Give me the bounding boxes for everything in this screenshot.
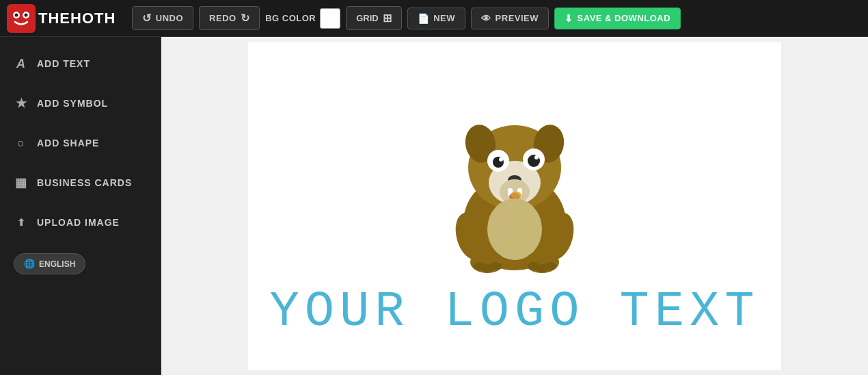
new-button[interactable]: NEW: [407, 8, 465, 29]
language-button[interactable]: ENGLISH: [14, 253, 85, 274]
save-icon: [565, 13, 573, 24]
grid-label: GRID: [356, 13, 379, 23]
sidebar-label-add-text: ADD TEXT: [37, 58, 90, 69]
undo-icon: [142, 12, 152, 25]
language-label: ENGLISH: [39, 259, 75, 269]
preview-icon: [481, 13, 491, 24]
globe-icon: [24, 259, 35, 269]
redo-icon: [241, 12, 250, 25]
svg-point-16: [499, 157, 503, 161]
save-download-button[interactable]: SAVE & DOWNLOAD: [554, 8, 681, 29]
new-label: NEW: [433, 13, 455, 23]
svg-rect-6: [22, 10, 24, 13]
dog-illustration: [433, 72, 597, 291]
sidebar: ADD TEXT ADD SYMBOL ADD SHAPE BUSINESS C…: [0, 37, 161, 375]
grid-button[interactable]: GRID: [346, 6, 402, 30]
sidebar-label-upload-image: UPLOAD IMAGE: [37, 217, 120, 228]
sidebar-item-upload-image[interactable]: UPLOAD IMAGE: [0, 203, 161, 242]
brand-logo: THEHOTH: [38, 10, 116, 27]
bg-color-swatch[interactable]: [320, 8, 340, 29]
main-content: ADD TEXT ADD SYMBOL ADD SHAPE BUSINESS C…: [0, 37, 868, 375]
save-label: SAVE & DOWNLOAD: [578, 13, 671, 23]
svg-point-31: [544, 262, 556, 270]
sidebar-item-business-cards[interactable]: BUSINESS CARDS: [0, 163, 161, 203]
sidebar-item-add-text[interactable]: ADD TEXT: [0, 44, 161, 83]
sidebar-item-add-symbol[interactable]: ADD SYMBOL: [0, 83, 161, 123]
canvas-content: YOUR LOGO TEXT: [248, 42, 781, 370]
svg-rect-0: [7, 4, 36, 33]
bg-color-group: BG COLOR: [265, 8, 340, 29]
cards-icon: [14, 175, 29, 190]
monster-logo-icon: [7, 4, 36, 33]
svg-point-17: [534, 155, 539, 159]
star-icon: [14, 96, 29, 111]
text-icon: [14, 56, 29, 71]
brand-the: THE: [38, 10, 70, 27]
svg-rect-5: [18, 10, 21, 13]
toolbar: THEHOTH UNDO REDO BG COLOR GRID NEW PREV…: [0, 0, 868, 37]
undo-label: UNDO: [156, 13, 183, 23]
grid-icon: [383, 12, 392, 25]
svg-point-3: [15, 13, 18, 16]
new-doc-icon: [418, 13, 430, 24]
preview-label: PREVIEW: [496, 13, 539, 23]
sidebar-item-add-shape[interactable]: ADD SHAPE: [0, 123, 161, 163]
bg-color-label: BG COLOR: [265, 13, 316, 23]
svg-point-28: [489, 262, 502, 270]
redo-button[interactable]: REDO: [199, 6, 260, 30]
svg-point-4: [25, 13, 28, 16]
redo-label: REDO: [209, 13, 236, 23]
svg-point-34: [489, 207, 513, 237]
logo-area: THEHOTH: [7, 4, 116, 33]
shape-icon: [14, 135, 29, 151]
canvas-logo-text[interactable]: YOUR LOGO TEXT: [270, 284, 760, 340]
sidebar-label-add-shape: ADD SHAPE: [37, 138, 99, 148]
brand-hoth: HOTH: [70, 10, 116, 27]
canvas-area[interactable]: YOUR LOGO TEXT: [161, 37, 868, 375]
sidebar-label-business-cards: BUSINESS CARDS: [37, 177, 132, 188]
preview-button[interactable]: PREVIEW: [471, 8, 549, 29]
svg-point-35: [511, 192, 521, 198]
upload-icon: [14, 215, 29, 230]
sidebar-label-add-symbol: ADD SYMBOL: [37, 98, 108, 109]
undo-button[interactable]: UNDO: [132, 6, 193, 30]
